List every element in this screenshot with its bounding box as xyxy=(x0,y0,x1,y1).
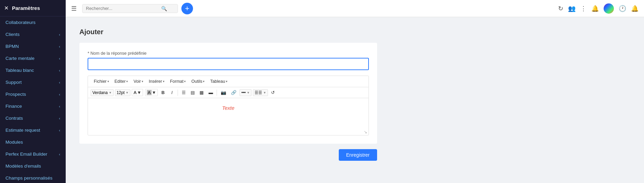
sidebar-item-modèles-d'emails[interactable]: Modèles d'emails xyxy=(0,160,66,172)
editor-placeholder: Texte xyxy=(95,105,362,111)
align-left-button[interactable]: ☰ xyxy=(180,89,188,96)
sidebar-item-tableau-blanc[interactable]: Tableau blanc‹ xyxy=(0,64,66,76)
menu-item-format[interactable]: Format▾ xyxy=(168,78,189,85)
font-highlight-button[interactable]: A ▼ xyxy=(145,89,158,96)
menu-item-insérer[interactable]: Insérer▾ xyxy=(146,78,167,85)
menu-arrow-icon: ▾ xyxy=(163,80,165,83)
list-select[interactable]: ••• ▼ xyxy=(240,89,252,96)
align-center-button[interactable]: ▤ xyxy=(189,89,196,96)
chevron-icon: ‹ xyxy=(59,128,60,132)
editor-toolbar: Verdana ▼ 12pt ▼ A ▼ A ▼ B xyxy=(88,87,369,98)
menu-item-outils[interactable]: Outils▾ xyxy=(189,78,207,85)
sidebar-item-label: Modules xyxy=(5,140,23,145)
sidebar-title: Paramètres xyxy=(12,5,40,11)
format-select[interactable]: ☰☰ ▼ xyxy=(253,89,268,96)
chevron-icon: ‹ xyxy=(59,80,60,84)
menu-icon[interactable]: ☰ xyxy=(71,5,77,12)
italic-button[interactable]: I xyxy=(168,89,176,96)
page-title: Ajouter xyxy=(79,28,630,36)
sidebar-item-label: BPMN xyxy=(5,44,19,49)
align-right-button[interactable]: ▩ xyxy=(198,89,205,96)
menu-arrow-icon: ▾ xyxy=(226,80,228,83)
notification-icon[interactable]: 🔔 xyxy=(591,5,599,12)
clock-icon[interactable]: 🕐 xyxy=(619,5,626,12)
menu-item-fichier[interactable]: Fichier▾ xyxy=(91,78,112,85)
sidebar-item-estimate-request[interactable]: Estimate request‹ xyxy=(0,124,66,136)
topbar-icons: ↻ 👥 ⋮ 🔔 🕐 🔔 xyxy=(558,3,639,14)
menu-arrow-icon: ▾ xyxy=(126,80,128,83)
sidebar-item-label: Tableau blanc xyxy=(5,68,34,73)
font-color-button[interactable]: A ▼ xyxy=(132,89,143,96)
content-area: Ajouter * Nom de la réponse prédéfinie F… xyxy=(66,17,644,183)
chevron-icon: ‹ xyxy=(59,152,60,156)
sidebar-item-modules[interactable]: Modules xyxy=(0,136,66,148)
toolbar-divider-1 xyxy=(178,90,178,96)
sidebar-item-label: Carte mentale xyxy=(5,56,35,61)
sidebar-close-icon[interactable]: ✕ xyxy=(4,5,9,11)
align-justify-button[interactable]: ▬ xyxy=(207,89,215,96)
chevron-icon: ‹ xyxy=(59,32,60,37)
sidebar-item-collaborateurs[interactable]: Collaborateurs xyxy=(0,16,66,28)
sidebar-item-label: Modèles d'emails xyxy=(5,164,41,169)
resize-icon: ↘ xyxy=(364,130,367,134)
sidebar-item-label: Finance xyxy=(5,104,22,109)
avatar[interactable] xyxy=(604,3,614,14)
toolbar-divider-2 xyxy=(217,90,217,96)
font-select[interactable]: Verdana ▼ xyxy=(91,89,114,96)
chevron-icon: ‹ xyxy=(59,44,60,49)
bell-icon[interactable]: 🔔 xyxy=(631,5,639,12)
topbar: ☰ 🔍 + ↻ 👥 ⋮ 🔔 🕐 🔔 xyxy=(66,0,644,17)
editor-resize-handle[interactable]: ↘ xyxy=(88,129,369,135)
bold-button[interactable]: B xyxy=(159,89,167,96)
users-icon[interactable]: 👥 xyxy=(568,5,576,12)
menu-arrow-icon: ▾ xyxy=(203,80,205,83)
menu-item-tableau[interactable]: Tableau▾ xyxy=(208,78,230,85)
undo-button[interactable]: ↺ xyxy=(269,89,277,96)
sidebar-item-perfex-email-builder[interactable]: Perfex Email Builder‹ xyxy=(0,148,66,160)
editor-body[interactable]: Texte xyxy=(88,98,369,129)
size-select[interactable]: 12pt ▼ xyxy=(115,89,130,96)
sidebar-item-label: Prospects xyxy=(5,92,26,97)
sidebar-item-label: Clients xyxy=(5,32,20,37)
sidebar-item-carte-mentale[interactable]: Carte mentale‹ xyxy=(0,52,66,64)
size-label: 12pt xyxy=(117,90,125,95)
field-label: * Nom de la réponse prédéfinie xyxy=(88,51,369,56)
search-icon[interactable]: 🔍 xyxy=(161,6,167,11)
font-arrow-icon: ▼ xyxy=(109,91,112,94)
sidebar-header: ✕ Paramètres xyxy=(0,0,66,16)
share-icon[interactable]: ⋮ xyxy=(580,5,587,12)
search-bar: 🔍 xyxy=(82,4,178,13)
search-input[interactable] xyxy=(86,6,161,11)
link-button[interactable]: 🔗 xyxy=(229,89,238,96)
sidebar-item-label: Champs personnalisés xyxy=(5,175,52,181)
chevron-icon: ‹ xyxy=(59,116,60,120)
chevron-icon: ‹ xyxy=(59,56,60,61)
image-button[interactable]: 📷 xyxy=(219,89,228,96)
form-card: * Nom de la réponse prédéfinie Fichier▾E… xyxy=(79,43,377,144)
menu-arrow-icon: ▾ xyxy=(107,80,109,83)
sidebar: ✕ Paramètres CollaborateursClients‹BPMN‹… xyxy=(0,0,66,183)
font-label: Verdana xyxy=(92,90,108,95)
sidebar-item-champs-personnalisés[interactable]: Champs personnalisés xyxy=(0,172,66,183)
history-icon[interactable]: ↻ xyxy=(558,5,563,12)
sidebar-item-contrats[interactable]: Contrats‹ xyxy=(0,112,66,124)
menu-item-voir[interactable]: Voir▾ xyxy=(131,78,146,85)
name-input[interactable] xyxy=(88,58,369,70)
form-footer: Enregistrer xyxy=(79,149,377,161)
save-button[interactable]: Enregistrer xyxy=(339,149,377,161)
sidebar-item-clients[interactable]: Clients‹ xyxy=(0,28,66,40)
main-area: ☰ 🔍 + ↻ 👥 ⋮ 🔔 🕐 🔔 Ajouter * Nom de la ré… xyxy=(66,0,644,183)
chevron-icon: ‹ xyxy=(59,68,60,73)
highlight-arrow-icon: ▼ xyxy=(152,90,156,95)
add-button[interactable]: + xyxy=(181,3,193,14)
chevron-icon: ‹ xyxy=(59,104,60,108)
sidebar-item-prospects[interactable]: Prospects‹ xyxy=(0,88,66,100)
sidebar-item-support[interactable]: Support‹ xyxy=(0,76,66,88)
sidebar-item-finance[interactable]: Finance‹ xyxy=(0,100,66,112)
sidebar-nav: CollaborateursClients‹BPMN‹Carte mentale… xyxy=(0,16,66,183)
menu-item-editer[interactable]: Editer▾ xyxy=(112,78,131,85)
sidebar-item-label: Support xyxy=(5,80,22,85)
sidebar-item-label: Collaborateurs xyxy=(5,20,36,25)
size-arrow-icon: ▼ xyxy=(126,91,129,94)
sidebar-item-bpmn[interactable]: BPMN‹ xyxy=(0,40,66,52)
